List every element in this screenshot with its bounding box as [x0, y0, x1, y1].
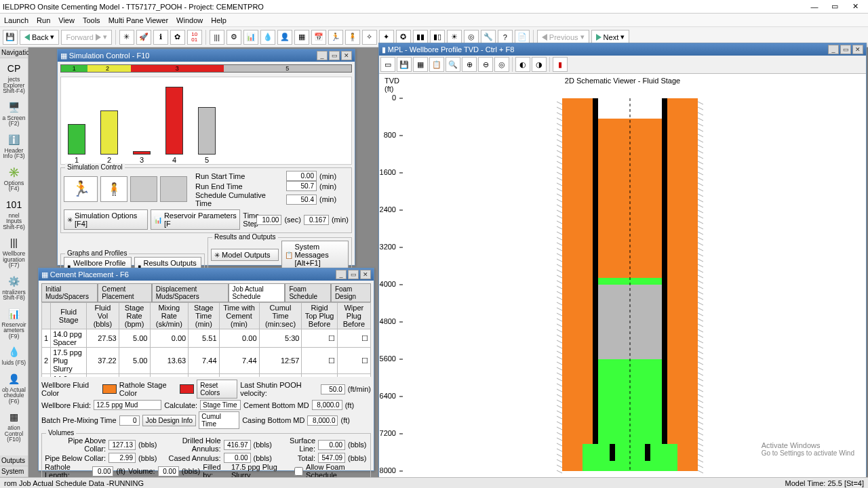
rocket-icon[interactable]: 🚀: [136, 30, 151, 45]
shutin-vel-input[interactable]: 50.0: [321, 384, 345, 394]
target-icon[interactable]: ◎: [494, 57, 509, 72]
run-start-input[interactable]: 0.00: [286, 171, 317, 181]
clover-icon[interactable]: ✿: [170, 30, 185, 45]
flag-icon[interactable]: ▮: [553, 57, 568, 72]
close-button[interactable]: ✕: [845, 2, 865, 11]
sidebar-item-7[interactable]: 📊Reservoir ameters (F9): [0, 304, 28, 342]
cumul-select[interactable]: Cumul Time: [199, 411, 239, 429]
min-icon[interactable]: _: [317, 51, 328, 60]
schedule-table[interactable]: Fluid StageFluid Vol (bbls)Stage Rate (b…: [41, 302, 371, 377]
info-icon[interactable]: ℹ: [153, 30, 168, 45]
back-button[interactable]: Back▾: [20, 30, 59, 45]
person-icon[interactable]: 👤: [277, 30, 292, 45]
gear-icon[interactable]: ⚙: [226, 30, 241, 45]
zoom-icon[interactable]: 🔍: [446, 57, 460, 72]
system-messages-button[interactable]: 📋 System Messages [Alt+F1]: [281, 241, 349, 269]
menu-view[interactable]: View: [58, 16, 75, 24]
svg-line-136: [698, 281, 703, 283]
pipes-icon[interactable]: |||: [210, 30, 224, 45]
forward-button[interactable]: Forward▾: [61, 30, 111, 45]
tab-4[interactable]: Foam Schedule: [285, 283, 331, 302]
job-design-button[interactable]: Job Design Info: [142, 415, 197, 426]
foam-checkbox[interactable]: [294, 467, 303, 476]
run-red-icon[interactable]: 🧍: [345, 30, 360, 45]
sidebar-system-tab[interactable]: System: [0, 466, 28, 477]
tool-icon[interactable]: ✳: [119, 30, 134, 45]
grid-icon[interactable]: ▦: [413, 57, 428, 72]
sidebar-item-6[interactable]: ⚙️ntralizers Shift-F8): [0, 271, 28, 304]
sched-cum-input[interactable]: 50.4: [286, 195, 317, 205]
batch-input[interactable]: 0: [119, 415, 140, 426]
sidebar-item-2[interactable]: ℹ️Header Info (F3): [0, 129, 28, 162]
calculate-select[interactable]: Stage Time: [200, 400, 241, 410]
calendar-icon[interactable]: 📅: [311, 30, 326, 45]
close-icon[interactable]: ✕: [360, 270, 371, 279]
misc2-icon[interactable]: ◑: [532, 57, 547, 72]
cement-btm-input[interactable]: 8,000.0: [312, 400, 342, 410]
tab-0[interactable]: Initial Muds/Spacers: [41, 283, 98, 302]
drop-icon[interactable]: 💧: [260, 30, 275, 45]
svg-line-170: [698, 465, 703, 468]
max-icon[interactable]: ▭: [329, 51, 340, 60]
menu-launch[interactable]: Launch: [4, 16, 28, 24]
zoomin-icon[interactable]: ⊕: [462, 57, 477, 72]
minimize-button[interactable]: —: [804, 3, 825, 11]
svg-text:800: 800: [384, 131, 396, 139]
misc-icon[interactable]: ◐: [515, 57, 530, 72]
sim-options-button[interactable]: ✳ Simulation Options [F4]: [64, 209, 148, 230]
sidebar-item-5[interactable]: |||Wellbore iguration (F7): [0, 232, 28, 271]
menu-help[interactable]: Help: [211, 16, 226, 24]
max-icon[interactable]: ▭: [840, 45, 851, 54]
tool1-icon[interactable]: ▭: [380, 57, 395, 72]
tab-2[interactable]: Displacement Muds/Spacers: [152, 283, 229, 302]
min-icon[interactable]: _: [336, 270, 347, 279]
sidebar-outputs-tab[interactable]: Outputs: [0, 455, 28, 466]
reservoir-params-button[interactable]: 📊 Reservoir Parameters [F: [151, 209, 240, 230]
run-end-input[interactable]: 50.7: [286, 181, 317, 191]
tab-5[interactable]: Foam Design: [331, 283, 371, 302]
sidebar-item-4[interactable]: 101nnel Inputs Shift-F6): [0, 195, 28, 233]
zoomout-icon[interactable]: ⊖: [478, 57, 493, 72]
wellbore-fluid-select[interactable]: 12.5 ppg Mud: [94, 400, 161, 410]
sidebar-item-1[interactable]: 🖥️a Screen (F2): [0, 97, 28, 129]
svg-line-88: [557, 394, 562, 397]
sidebar-item-3[interactable]: ✳️Options (F4): [0, 162, 28, 195]
copy-icon[interactable]: 📋: [429, 57, 444, 72]
tvd-label: TVD(ft): [384, 77, 399, 93]
rathole-color-swatch[interactable]: [180, 384, 194, 394]
max-icon[interactable]: ▭: [348, 270, 359, 279]
pause-button[interactable]: [130, 176, 157, 202]
timestep-min-input[interactable]: 0.167: [304, 215, 329, 225]
svg-line-68: [557, 286, 562, 289]
run-green-icon[interactable]: 🏃: [328, 30, 343, 45]
menu-run[interactable]: Run: [37, 16, 50, 24]
timestep-sec-input[interactable]: 10.00: [256, 215, 281, 225]
menu-tools[interactable]: Tools: [83, 16, 100, 24]
sidebar-item-8[interactable]: 💧luids (F5): [0, 342, 28, 369]
close-icon[interactable]: ✕: [341, 51, 352, 60]
bars-chart: 12345: [60, 77, 352, 165]
model-outputs-button[interactable]: ✳ Model Outputs: [211, 249, 279, 261]
menu-window[interactable]: Window: [176, 16, 203, 24]
reset-colors-button[interactable]: Reset Colors: [197, 380, 237, 399]
reservoir-icon[interactable]: 📊: [243, 30, 258, 45]
run-button[interactable]: 🏃: [64, 176, 98, 202]
save-icon[interactable]: 💾: [397, 57, 412, 72]
save-icon[interactable]: 💾: [3, 30, 18, 45]
min-icon[interactable]: _: [828, 45, 839, 54]
tab-3[interactable]: Job Actual Schedule: [229, 283, 285, 302]
wellbore-color-swatch[interactable]: [102, 384, 117, 394]
maximize-button[interactable]: ▭: [825, 2, 845, 11]
sidebar-item-9[interactable]: 👤ob Actual chedule (F6): [0, 369, 28, 407]
misc1-icon[interactable]: ✧: [362, 30, 377, 45]
close-icon[interactable]: ✕: [852, 45, 863, 54]
stop-button[interactable]: 🧍: [100, 176, 127, 202]
menu-multipane[interactable]: Multi Pane Viewer: [108, 16, 168, 24]
tab-1[interactable]: Cement Placement: [98, 283, 151, 302]
sidebar-item-10[interactable]: ▦ation Control (F10): [0, 407, 28, 445]
sidebar-item-0[interactable]: CPjects Explorer Shift-F4): [0, 58, 28, 97]
step-button[interactable]: [160, 176, 187, 202]
casing-btm-input[interactable]: 8,000.0: [307, 415, 338, 426]
grid-icon[interactable]: ▦: [294, 30, 309, 45]
binary-icon[interactable]: 1001: [187, 30, 202, 45]
